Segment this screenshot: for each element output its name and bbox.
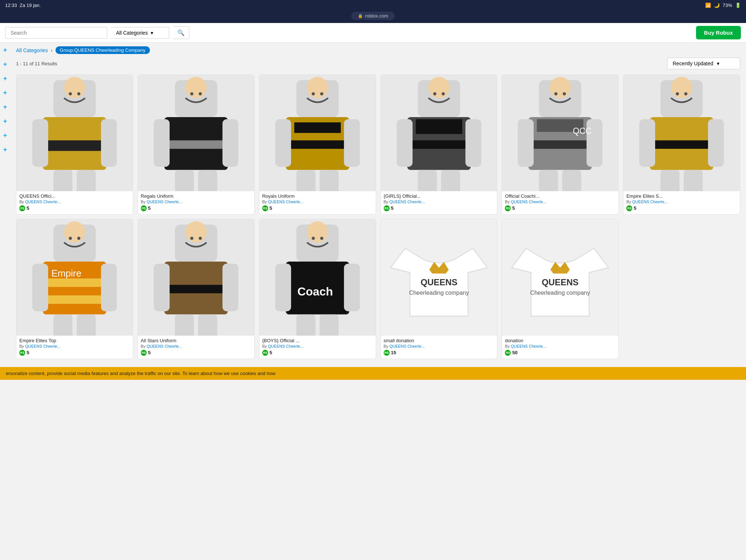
- results-count: 1 - 11 of 11 Results: [16, 61, 57, 66]
- svg-text:Cheerleading company: Cheerleading company: [409, 290, 469, 296]
- item-info-10: small donation By QUEENS Cheerle... R$ 1…: [381, 336, 497, 359]
- item-image-10: QUEENS Cheerleading company: [381, 219, 497, 336]
- svg-rect-36: [415, 119, 462, 134]
- svg-point-21: [307, 77, 328, 98]
- svg-rect-18: [175, 170, 194, 191]
- item-image-4: [381, 75, 497, 191]
- svg-point-2: [69, 92, 72, 96]
- item-author-10: By QUEENS Cheerle...: [384, 344, 494, 348]
- item-image-7: Empire: [16, 219, 133, 336]
- sidebar-plus-4[interactable]: +: [3, 89, 7, 97]
- svg-point-55: [671, 77, 692, 98]
- svg-point-56: [676, 92, 679, 96]
- all-categories-link[interactable]: All Categories: [16, 47, 48, 53]
- svg-rect-41: [441, 170, 460, 191]
- cookie-banner: ersonalize content, provide social media…: [0, 367, 746, 380]
- category-select[interactable]: All Categories ▾: [111, 27, 169, 39]
- item-card-7[interactable]: Empire Empire Elites Top By QUEENS Cheer…: [16, 219, 133, 359]
- svg-rect-48: [529, 140, 592, 149]
- svg-rect-61: [708, 119, 724, 167]
- sort-dropdown[interactable]: Recently Updated ▾: [667, 58, 740, 69]
- svg-point-13: [198, 92, 202, 96]
- svg-rect-69: [43, 278, 106, 287]
- svg-rect-85: [198, 314, 217, 336]
- svg-point-3: [77, 92, 81, 96]
- item-card-9[interactable]: Coach {BOYS} Official ... By QUEENS Chee…: [259, 219, 376, 359]
- item-name-10: small donation: [384, 338, 494, 343]
- svg-point-57: [684, 92, 688, 96]
- item-card-1[interactable]: QUEENS Offici... By QUEENS Cheerle... R$…: [16, 74, 133, 215]
- buy-robux-button[interactable]: Buy Robux: [696, 26, 741, 39]
- items-grid-row1: QUEENS Offici... By QUEENS Cheerle... R$…: [16, 74, 740, 215]
- svg-rect-81: [164, 285, 228, 293]
- svg-rect-39: [465, 119, 481, 167]
- svg-point-32: [428, 77, 449, 98]
- sidebar-plus-1[interactable]: +: [3, 46, 7, 54]
- svg-rect-29: [296, 170, 315, 191]
- item-image-1: [16, 75, 133, 191]
- item-name-9: {BOYS} Official ...: [262, 338, 373, 343]
- search-button[interactable]: 🔍: [173, 26, 189, 39]
- sidebar-plus-2[interactable]: +: [3, 61, 7, 68]
- sidebar-plus-3[interactable]: +: [3, 75, 7, 82]
- item-info-6: Empire Elites S... By QUEENS Cheerle... …: [623, 191, 740, 214]
- item-name-2: Regals Uniform: [141, 193, 251, 199]
- item-author-6: By QUEENS Cheerle...: [626, 200, 737, 204]
- item-card-10[interactable]: QUEENS Cheerleading company small donati…: [380, 219, 498, 359]
- svg-text:QUEENS: QUEENS: [420, 277, 457, 287]
- lock-icon: 🔒: [358, 13, 363, 18]
- svg-point-77: [185, 221, 206, 243]
- item-info-11: donation By QUEENS Cheerle... R$ 50: [502, 336, 618, 359]
- svg-text:QCC: QCC: [573, 126, 592, 136]
- svg-rect-70: [43, 296, 106, 304]
- filter-row: 1 - 11 of 11 Results Recently Updated ▾: [16, 58, 740, 69]
- item-image-11: QUEENS Cheerleading company: [502, 219, 618, 336]
- item-author-3: By QUEENS Cheerle...: [262, 200, 373, 204]
- svg-rect-95: [320, 314, 339, 336]
- group-badge[interactable]: Group:QUEENS Cheerleading Company: [55, 46, 150, 54]
- svg-rect-30: [320, 170, 339, 191]
- search-input[interactable]: [5, 27, 107, 39]
- svg-point-78: [190, 237, 193, 240]
- item-card-6[interactable]: Empire Elites S... By QUEENS Cheerle... …: [623, 74, 740, 215]
- svg-point-44: [554, 92, 558, 96]
- item-card-2[interactable]: Regals Uniform By QUEENS Cheerle... R$ 5: [138, 74, 255, 215]
- svg-rect-52: [563, 170, 581, 191]
- item-price-10: R$ 15: [384, 350, 494, 356]
- chevron-down-icon: ▾: [151, 30, 153, 36]
- breadcrumb: All Categories › Group:QUEENS Cheerleadi…: [16, 46, 740, 54]
- sidebar-plus-8[interactable]: +: [3, 146, 7, 154]
- item-price-6: R$ 5: [626, 205, 737, 211]
- svg-rect-17: [223, 119, 238, 167]
- item-card-4[interactable]: {GIRLS} Official... By QUEENS Cheerle...…: [380, 74, 498, 215]
- svg-rect-38: [397, 119, 412, 167]
- sidebar-plus-6[interactable]: +: [3, 117, 7, 125]
- item-name-5: Official Coachi...: [505, 193, 615, 199]
- robux-icon-4: R$: [384, 205, 390, 211]
- svg-rect-83: [223, 264, 238, 311]
- battery-level: 73%: [723, 3, 732, 8]
- svg-text:Empire: Empire: [51, 267, 82, 278]
- svg-point-23: [320, 92, 323, 96]
- item-info-4: {GIRLS} Official... By QUEENS Cheerle...…: [381, 191, 497, 214]
- sidebar-plus-7[interactable]: +: [3, 132, 7, 139]
- svg-rect-84: [175, 314, 194, 336]
- svg-point-22: [312, 92, 315, 96]
- cookie-text: ersonalize content, provide social media…: [6, 371, 275, 376]
- svg-rect-59: [650, 140, 714, 149]
- svg-text:QUEENS: QUEENS: [542, 277, 579, 287]
- main-content: All Categories › Group:QUEENS Cheerleadi…: [10, 43, 746, 367]
- item-card-11[interactable]: QUEENS Cheerleading company donation By …: [502, 219, 619, 359]
- sidebar-plus-5[interactable]: +: [3, 103, 7, 111]
- url-bar[interactable]: 🔒 roblox.com: [351, 12, 395, 20]
- svg-point-89: [320, 237, 323, 240]
- item-card-3[interactable]: Royals Uniform By QUEENS Cheerle... R$ 5: [259, 74, 376, 215]
- item-name-1: QUEENS Offici...: [19, 193, 130, 199]
- item-author-9: By QUEENS Cheerle...: [262, 344, 373, 348]
- item-name-4: {GIRLS} Official...: [384, 193, 494, 199]
- moon-icon: 🌙: [714, 3, 720, 8]
- item-card-8[interactable]: All Stars Uniform By QUEENS Cheerle... R…: [138, 219, 255, 359]
- item-name-8: All Stars Uniform: [141, 338, 251, 343]
- item-card-5[interactable]: QCC Official Coachi... By QUEENS Cheerle…: [502, 74, 619, 215]
- svg-rect-26: [286, 140, 349, 149]
